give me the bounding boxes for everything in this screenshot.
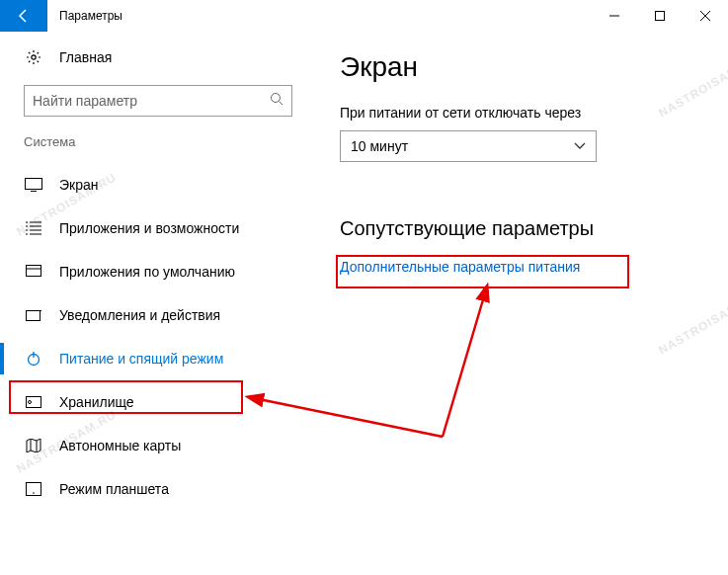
close-button[interactable] — [683, 0, 728, 32]
dropdown-value: 10 минут — [351, 138, 408, 154]
gear-icon — [24, 49, 43, 65]
sidebar-item-apps-features[interactable]: Приложения и возможности — [0, 206, 292, 250]
sidebar-item-label: Режим планшета — [59, 481, 169, 497]
svg-point-8 — [29, 401, 32, 404]
sidebar-item-label: Автономные карты — [59, 438, 181, 453]
svg-rect-3 — [26, 179, 42, 190]
active-indicator — [0, 343, 4, 374]
svg-point-1 — [32, 55, 36, 59]
svg-rect-0 — [656, 12, 665, 21]
sidebar-item-label: Приложения и возможности — [59, 220, 239, 236]
svg-rect-5 — [27, 311, 40, 321]
sidebar: Главная Система Экран Приложения и возмо… — [0, 32, 316, 575]
tablet-icon — [24, 482, 43, 496]
search-icon — [270, 92, 283, 110]
list-icon — [24, 221, 43, 235]
additional-power-link[interactable]: Дополнительные параметры питания — [340, 259, 580, 275]
sidebar-item-label: Хранилище — [59, 394, 134, 410]
maps-icon — [24, 439, 43, 452]
titlebar: Параметры — [0, 0, 728, 32]
setting-label: При питании от сети отключать через — [340, 105, 728, 121]
window-controls — [592, 0, 728, 32]
sidebar-item-notifications[interactable]: Уведомления и действия — [0, 293, 292, 337]
sidebar-item-power-sleep[interactable]: Питание и спящий режим — [0, 337, 292, 380]
close-icon — [700, 11, 710, 21]
sidebar-item-default-apps[interactable]: Приложения по умолчанию — [0, 250, 292, 293]
svg-point-2 — [272, 94, 281, 103]
minimize-icon — [609, 11, 619, 21]
svg-point-10 — [33, 492, 35, 494]
storage-icon — [24, 396, 43, 408]
power-icon — [24, 351, 43, 367]
sidebar-item-label: Приложения по умолчанию — [59, 264, 235, 280]
display-icon — [24, 178, 43, 192]
arrow-left-icon — [16, 8, 32, 24]
home-label: Главная — [59, 49, 112, 65]
search-input[interactable] — [33, 93, 270, 109]
chevron-down-icon — [574, 142, 586, 150]
window-title: Параметры — [59, 9, 122, 23]
maximize-icon — [655, 11, 665, 21]
svg-rect-4 — [27, 266, 41, 277]
page-heading: Экран — [340, 51, 728, 83]
main-panel: Экран При питании от сети отключать чере… — [316, 32, 728, 575]
maximize-button[interactable] — [637, 0, 683, 32]
category-label: Система — [24, 134, 316, 149]
sidebar-item-tablet-mode[interactable]: Режим планшета — [0, 467, 292, 511]
search-input-container[interactable] — [24, 85, 292, 117]
sidebar-item-offline-maps[interactable]: Автономные карты — [0, 424, 292, 467]
notifications-icon — [24, 308, 43, 322]
timeout-dropdown[interactable]: 10 минут — [340, 130, 597, 162]
sidebar-item-label: Уведомления и действия — [59, 307, 220, 323]
minimize-button[interactable] — [592, 0, 637, 32]
sidebar-item-label: Экран — [59, 177, 99, 193]
content: Главная Система Экран Приложения и возмо… — [0, 32, 728, 575]
sidebar-item-storage[interactable]: Хранилище — [0, 380, 292, 424]
sidebar-item-label: Питание и спящий режим — [59, 351, 223, 367]
home-link[interactable]: Главная — [24, 49, 316, 65]
back-button[interactable] — [0, 0, 47, 32]
sidebar-item-display[interactable]: Экран — [0, 163, 292, 206]
related-heading: Сопутствующие параметры — [340, 217, 728, 240]
default-apps-icon — [24, 265, 43, 279]
